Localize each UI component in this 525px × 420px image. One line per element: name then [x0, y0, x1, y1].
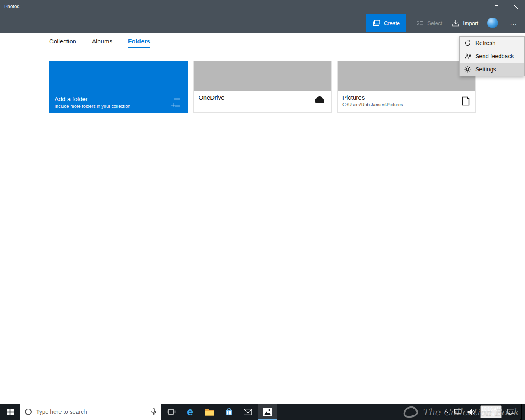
photos-app-button[interactable]: [258, 404, 277, 420]
search-input[interactable]: [36, 409, 147, 415]
menu-item-refresh[interactable]: Refresh: [460, 37, 524, 50]
volume-icon: [467, 409, 475, 415]
tab-collection[interactable]: Collection: [49, 38, 76, 48]
app-header: Photos Create Select Im: [0, 0, 525, 33]
add-folder-title: Add a folder: [55, 96, 88, 103]
file-explorer-icon: [205, 408, 214, 416]
select-label: Select: [427, 20, 442, 26]
taskbar: e 10:16 AM 8/11/2018: [0, 404, 525, 420]
close-icon: [514, 5, 518, 9]
import-icon: [452, 20, 459, 27]
see-more-button[interactable]: …: [504, 14, 523, 32]
folder-thumbnail: [194, 61, 331, 91]
show-hidden-icons-button[interactable]: [444, 410, 449, 413]
minimize-button[interactable]: [468, 0, 487, 13]
select-button[interactable]: Select: [416, 20, 442, 26]
folder-tile-onedrive[interactable]: OneDrive: [193, 61, 332, 113]
clock-time: 10:16 AM: [481, 406, 501, 412]
system-tray: 10:16 AM 8/11/2018: [444, 404, 525, 420]
mail-icon: [244, 409, 252, 415]
task-view-button[interactable]: [161, 404, 180, 420]
show-desktop-button[interactable]: [520, 404, 522, 420]
nav-tabs: Collection Albums Folders: [0, 33, 525, 52]
menu-item-send-feedback[interactable]: Send feedback: [460, 50, 524, 63]
menu-item-label: Send feedback: [475, 53, 514, 59]
folder-tile-footer: Pictures C:\Users\Rob Jansen\Pictures: [338, 91, 475, 112]
tab-albums[interactable]: Albums: [92, 38, 112, 48]
store-icon: [225, 408, 233, 416]
picture-frame-icon: [462, 96, 470, 106]
taskbar-clock[interactable]: 10:16 AM 8/11/2018: [480, 405, 502, 418]
action-center-button[interactable]: [507, 408, 515, 415]
ellipsis-icon: …: [510, 19, 517, 27]
add-folder-tile[interactable]: Add a folder Include more folders in you…: [49, 61, 188, 113]
action-center-icon: [507, 408, 515, 415]
see-more-menu: Refresh Send feedback Settings: [459, 36, 525, 76]
menu-item-settings[interactable]: Settings: [460, 63, 524, 76]
edge-button[interactable]: e: [180, 404, 200, 420]
folder-title: OneDrive: [199, 94, 326, 101]
tab-folders[interactable]: Folders: [128, 38, 150, 48]
store-button[interactable]: [219, 404, 238, 420]
folder-path: C:\Users\Rob Jansen\Pictures: [342, 102, 470, 107]
refresh-icon: [464, 40, 471, 46]
select-icon: [416, 20, 424, 26]
window-controls: [468, 0, 525, 13]
command-bar: Create Select Import …: [366, 13, 525, 33]
create-icon: [373, 20, 380, 26]
mail-button[interactable]: [238, 404, 258, 420]
import-button[interactable]: Import: [452, 20, 478, 27]
start-button[interactable]: [0, 404, 20, 420]
network-icon: [454, 409, 462, 415]
window-title: Photos: [4, 4, 19, 9]
folder-thumbnail: [338, 61, 475, 91]
close-button[interactable]: [506, 0, 525, 13]
add-folder-icon: [171, 98, 182, 107]
restore-button[interactable]: [487, 0, 506, 13]
folder-tile-footer: OneDrive: [194, 91, 331, 112]
gear-icon: [464, 66, 471, 73]
file-explorer-button[interactable]: [200, 404, 219, 420]
restore-icon: [495, 5, 499, 9]
menu-item-label: Settings: [475, 66, 496, 73]
edge-icon: e: [187, 406, 193, 418]
photos-app-window: Photos Create Select Im: [0, 0, 525, 420]
account-avatar[interactable]: [487, 18, 498, 28]
minimize-icon: [476, 5, 480, 9]
chevron-up-icon: [444, 410, 449, 413]
volume-tray-button[interactable]: [467, 409, 475, 415]
taskbar-search[interactable]: [20, 404, 161, 420]
feedback-icon: [464, 53, 471, 59]
windows-logo-icon: [7, 409, 14, 415]
network-tray-button[interactable]: [454, 409, 462, 415]
folder-tiles: Add a folder Include more folders in you…: [49, 61, 476, 113]
folder-tile-pictures[interactable]: Pictures C:\Users\Rob Jansen\Pictures: [337, 61, 476, 113]
menu-item-label: Refresh: [475, 40, 495, 46]
microphone-icon[interactable]: [151, 408, 157, 416]
create-button[interactable]: Create: [366, 14, 406, 32]
cloud-icon: [314, 96, 326, 103]
add-folder-subtitle: Include more folders in your collection: [55, 104, 130, 109]
clock-date: 8/11/2018: [481, 412, 501, 418]
create-label: Create: [384, 20, 400, 26]
import-label: Import: [463, 20, 478, 26]
photos-app-icon: [263, 407, 272, 416]
task-view-icon: [167, 408, 176, 416]
folder-title: Pictures: [342, 94, 470, 101]
cortana-icon: [24, 408, 32, 416]
